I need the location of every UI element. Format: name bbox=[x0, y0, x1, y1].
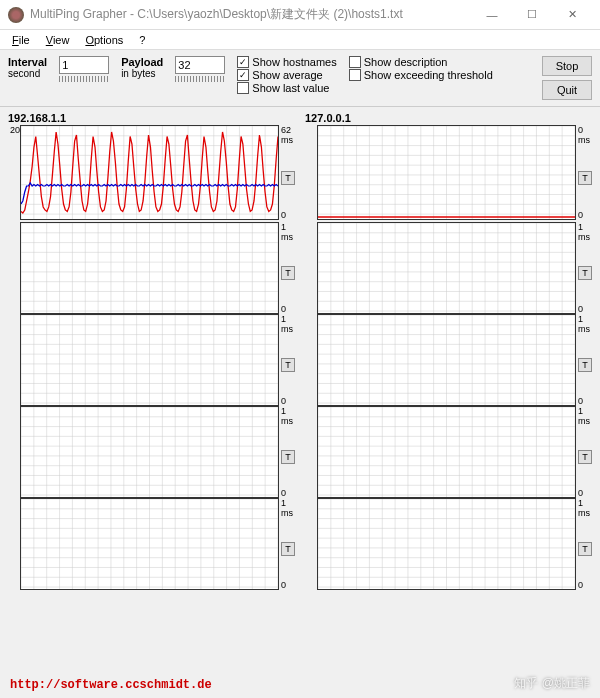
cb-show-description[interactable] bbox=[349, 56, 361, 68]
threshold-button[interactable]: T bbox=[578, 542, 592, 556]
interval-label: Interval bbox=[8, 56, 47, 68]
y-zero: 0 bbox=[281, 210, 286, 220]
window-title: MultiPing Grapher - C:\Users\yaozh\Deskt… bbox=[30, 6, 472, 23]
y-max: 1 bbox=[578, 222, 583, 232]
charts-area: 192.168.1.1 20 62ms T 0 127.0.0.1 bbox=[0, 107, 600, 594]
menubar: File View Options ? bbox=[0, 30, 600, 50]
interval-input[interactable] bbox=[59, 56, 109, 74]
y-max: 1 bbox=[578, 498, 583, 508]
cb-show-last-label: Show last value bbox=[252, 82, 329, 94]
threshold-button[interactable]: T bbox=[281, 542, 295, 556]
interval-sub: second bbox=[8, 68, 47, 79]
chart-empty[interactable] bbox=[20, 222, 279, 314]
threshold-button[interactable]: T bbox=[281, 358, 295, 372]
chart-host1[interactable] bbox=[20, 125, 279, 220]
chart-empty[interactable] bbox=[317, 498, 576, 590]
toolbar: Interval second Payload in bytes Show ho… bbox=[0, 50, 600, 107]
chart-empty[interactable] bbox=[317, 314, 576, 406]
cb-show-description-label: Show description bbox=[364, 56, 448, 68]
host1-label: 192.168.1.1 bbox=[6, 111, 297, 125]
payload-slider[interactable] bbox=[175, 76, 225, 82]
cb-show-hostnames-label: Show hostnames bbox=[252, 56, 336, 68]
chart-host2[interactable] bbox=[317, 125, 576, 220]
payload-input[interactable] bbox=[175, 56, 225, 74]
y-max: 1 bbox=[578, 406, 583, 416]
threshold-button[interactable]: T bbox=[281, 266, 295, 280]
quit-button[interactable]: Quit bbox=[542, 80, 592, 100]
cb-show-hostnames[interactable] bbox=[237, 56, 249, 68]
cb-show-average[interactable] bbox=[237, 69, 249, 81]
titlebar: MultiPing Grapher - C:\Users\yaozh\Deskt… bbox=[0, 0, 600, 30]
cb-show-exceeding-label: Show exceeding threshold bbox=[364, 69, 493, 81]
chart-empty[interactable] bbox=[20, 314, 279, 406]
app-icon bbox=[8, 7, 24, 23]
maximize-button[interactable]: ☐ bbox=[512, 3, 552, 27]
menu-help[interactable]: ? bbox=[131, 32, 153, 48]
menu-options[interactable]: Options bbox=[77, 32, 131, 48]
y-max-left: 20 bbox=[6, 125, 20, 220]
y-max: 1 bbox=[281, 222, 286, 232]
y-max: 1 bbox=[281, 498, 286, 508]
menu-file[interactable]: File bbox=[4, 32, 38, 48]
menu-view[interactable]: View bbox=[38, 32, 78, 48]
interval-slider[interactable] bbox=[59, 76, 109, 82]
cb-show-average-label: Show average bbox=[252, 69, 322, 81]
chart-empty[interactable] bbox=[317, 222, 576, 314]
host2-label: 127.0.0.1 bbox=[303, 111, 594, 125]
threshold-button[interactable]: T bbox=[578, 358, 592, 372]
watermark: 知乎 @姚正菲 bbox=[514, 675, 590, 692]
chart-empty[interactable] bbox=[20, 498, 279, 590]
payload-sub: in bytes bbox=[121, 68, 163, 79]
payload-label: Payload bbox=[121, 56, 163, 68]
footer-link[interactable]: http://software.ccschmidt.de bbox=[10, 678, 212, 692]
cb-show-exceeding[interactable] bbox=[349, 69, 361, 81]
threshold-button[interactable]: T bbox=[578, 266, 592, 280]
payload-group: Payload in bytes bbox=[121, 56, 163, 79]
chart-empty[interactable] bbox=[20, 406, 279, 498]
y-max: 1 bbox=[281, 314, 286, 324]
threshold-button[interactable]: T bbox=[578, 171, 592, 185]
threshold-button[interactable]: T bbox=[281, 171, 295, 185]
chart-empty[interactable] bbox=[317, 406, 576, 498]
stop-button[interactable]: Stop bbox=[542, 56, 592, 76]
interval-group: Interval second bbox=[8, 56, 47, 79]
y-max: 1 bbox=[281, 406, 286, 416]
ms-label: ms bbox=[281, 135, 293, 145]
y-max: 1 bbox=[578, 314, 583, 324]
y-max-right: 62 bbox=[281, 125, 291, 135]
close-button[interactable]: ✕ bbox=[552, 3, 592, 27]
threshold-button[interactable]: T bbox=[281, 450, 295, 464]
minimize-button[interactable]: — bbox=[472, 3, 512, 27]
cb-show-last[interactable] bbox=[237, 82, 249, 94]
threshold-button[interactable]: T bbox=[578, 450, 592, 464]
